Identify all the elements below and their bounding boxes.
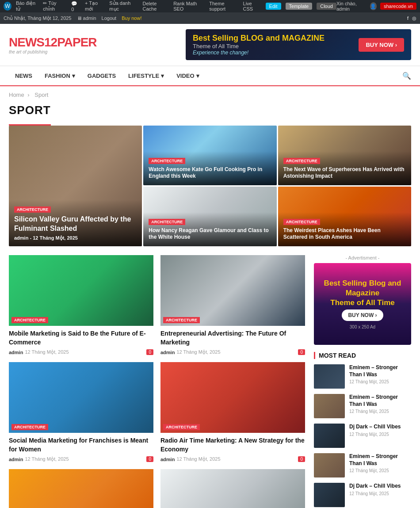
- comment-count[interactable]: 0: [298, 456, 305, 462]
- featured-br-article[interactable]: ARCHITECTURE The Next Wave of Superheroe…: [278, 126, 411, 185]
- article-title[interactable]: Entrepreneurial Advertising: The Future …: [160, 329, 305, 347]
- header-ad-banner[interactable]: Best Selling BLOG and MAGAZINE Theme of …: [186, 29, 411, 60]
- featured-main-article[interactable]: ARCHITECTURE Silicon Valley Guru Affecte…: [9, 126, 142, 246]
- sidebar-buy-button[interactable]: BUY NOW ›: [342, 309, 383, 321]
- article-title[interactable]: Mobile Marketing is Said to Be the Futur…: [9, 329, 153, 347]
- live-css-link[interactable]: Live CSS: [243, 1, 261, 11]
- article-category-badge[interactable]: Architecture: [163, 317, 200, 323]
- featured-ml-article[interactable]: ARCHITECTURE How Nancy Reagan Gave Glamo…: [143, 187, 276, 246]
- cloud-button[interactable]: Cloud: [317, 3, 336, 10]
- secondary-bar-right: f ◎: [407, 15, 416, 21]
- most-read-thumb[interactable]: [314, 424, 345, 448]
- featured-tr-article[interactable]: ARCHITECTURE Watch Awesome Kate Go Full …: [143, 126, 276, 185]
- article-image[interactable]: Architecture: [9, 469, 153, 508]
- user-avatar-icon: 👤: [370, 2, 377, 10]
- instagram-icon[interactable]: ◎: [412, 15, 416, 21]
- breadcrumb-separator: ›: [27, 92, 29, 98]
- greeting-text: Xin chào, admin: [336, 1, 367, 11]
- comment-count[interactable]: 0: [146, 349, 153, 355]
- most-read-item-title[interactable]: Dj Dark – Chill Vibes: [349, 483, 401, 490]
- most-read-item-title[interactable]: Eminem – Stronger Than I Was: [349, 364, 411, 378]
- nav-item-gadgets[interactable]: GADGETS: [81, 66, 122, 85]
- article-card: Architecture Entrepreneurial Advertising…: [160, 255, 305, 355]
- article-author[interactable]: admin: [160, 350, 175, 355]
- main-layout: Architecture Mobile Marketing is Said to…: [9, 255, 411, 508]
- site-logo[interactable]: NEWS12PAPER the art of publishing: [9, 35, 97, 54]
- featured-main-category: ARCHITECTURE: [14, 206, 51, 213]
- article-category-badge[interactable]: Architecture: [11, 424, 48, 430]
- article-image[interactable]: Sport: [160, 469, 305, 508]
- article-title[interactable]: Radio Air Time Marketing: A New Strategy…: [160, 436, 305, 454]
- article-author[interactable]: admin: [9, 350, 23, 355]
- comment-count[interactable]: 0: [146, 456, 153, 462]
- article-image[interactable]: Architecture: [160, 255, 305, 326]
- most-read-item-date: 12 Tháng Một, 2025: [349, 432, 401, 437]
- most-read-info: Eminem – Stronger Than I Was 12 Tháng Mộ…: [349, 364, 411, 384]
- article-category-badge[interactable]: Architecture: [163, 424, 200, 430]
- most-read-item-date: 12 Tháng Một, 2025: [349, 468, 411, 473]
- most-read-thumb[interactable]: [314, 364, 345, 389]
- article-meta-left: admin 12 Tháng Một, 2025: [160, 456, 221, 462]
- edit-button[interactable]: Edit: [266, 3, 281, 10]
- article-meta: admin 12 Tháng Một, 2025 0: [9, 456, 153, 462]
- most-read-thumb[interactable]: [314, 394, 345, 418]
- user-box: 🖥 admin: [77, 15, 96, 21]
- article-title[interactable]: Social Media Marketing for Franchises is…: [9, 436, 153, 454]
- site-header: NEWS12PAPER the art of publishing Best S…: [0, 24, 420, 66]
- content-wrapper: Home › Sport SPORT ARCHITECTURE Silicon …: [0, 86, 420, 508]
- article-image[interactable]: Architecture: [160, 362, 305, 433]
- wordpress-icon[interactable]: W: [4, 2, 11, 11]
- facebook-icon[interactable]: f: [407, 15, 409, 21]
- article-category-badge[interactable]: Architecture: [11, 317, 48, 323]
- most-read-item-date: 12 Tháng Một, 2025: [349, 491, 401, 496]
- most-read-item-title[interactable]: Eminem – Stronger Than I Was: [349, 394, 411, 408]
- site-name-link[interactable]: Báo điện tử: [16, 0, 38, 12]
- theme-support-link[interactable]: Theme support: [209, 1, 238, 11]
- nav-item-fashion[interactable]: FASHION ▾: [38, 66, 81, 85]
- article-card: Architecture Mobile Marketing is Said to…: [9, 255, 153, 355]
- nav-item-lifestyle[interactable]: LIFESTYLE ▾: [122, 66, 170, 85]
- banner-line3: Experience the change!: [193, 50, 325, 56]
- logout-link[interactable]: Logout: [102, 15, 117, 21]
- logo-tagline: the art of publishing: [9, 50, 47, 54]
- rank-math-link[interactable]: Rank Math SEO: [173, 1, 205, 11]
- buy-now-header-link[interactable]: Buy now!: [122, 15, 141, 21]
- article-date: 12 Tháng Một, 2025: [25, 456, 69, 462]
- featured-mr-article[interactable]: ARCHITECTURE The Weirdest Places Ashes H…: [278, 187, 411, 246]
- breadcrumb: Home › Sport: [9, 86, 411, 101]
- article-image[interactable]: Architecture: [9, 362, 153, 433]
- delete-cache-link[interactable]: Delete Cache: [142, 1, 169, 11]
- advertisement-label: - Advertisment -: [314, 255, 411, 260]
- most-read-item-title[interactable]: Dj Dark – Chill Vibes: [349, 424, 401, 431]
- article-date: 12 Tháng Một, 2025: [176, 456, 220, 462]
- article-image[interactable]: Architecture: [9, 255, 153, 326]
- featured-br-title: The Next Wave of Superheroes Has Arrived…: [283, 166, 406, 180]
- most-read-item: Eminem – Stronger Than I Was 12 Tháng Mộ…: [314, 394, 411, 418]
- edit-list-link[interactable]: Sửa danh mục: [109, 0, 138, 12]
- breadcrumb-home[interactable]: Home: [9, 92, 24, 98]
- most-read-thumb[interactable]: [314, 483, 345, 507]
- comment-count[interactable]: 0: [298, 349, 305, 355]
- most-read-item-title[interactable]: Eminem – Stronger Than I Was: [349, 453, 411, 467]
- banner-text: Best Selling BLOG and MAGAZINE Theme of …: [193, 34, 325, 56]
- nav-item-news[interactable]: NEWS: [9, 66, 38, 85]
- comments-link[interactable]: 💬 0: [71, 1, 80, 12]
- article-author[interactable]: admin: [160, 457, 175, 462]
- new-post-link[interactable]: + Tạo mới: [85, 0, 105, 12]
- customize-link[interactable]: ✏ Tùy chỉnh: [43, 0, 67, 12]
- article-meta: admin 12 Tháng Một, 2025 0: [160, 349, 305, 355]
- sidebar-ad-banner[interactable]: Best Selling Blog and Magazine Theme of …: [314, 263, 411, 345]
- most-read-thumb[interactable]: [314, 453, 345, 477]
- featured-tr-overlay: ARCHITECTURE Watch Awesome Kate Go Full …: [143, 151, 276, 185]
- article-author[interactable]: admin: [9, 457, 23, 462]
- featured-main-overlay: ARCHITECTURE Silicon Valley Guru Affecte…: [9, 200, 142, 246]
- featured-tr-category: ARCHITECTURE: [149, 158, 185, 164]
- main-navigation: NEWS FASHION ▾ GADGETS LIFESTYLE ▾ VIDEO…: [0, 66, 420, 86]
- search-icon[interactable]: 🔍: [402, 72, 411, 80]
- logo-text: NEWS12PAPER: [9, 35, 97, 50]
- most-read-item: Eminem – Stronger Than I Was 12 Tháng Mộ…: [314, 453, 411, 477]
- banner-buy-button[interactable]: BUY NOW ›: [359, 38, 404, 52]
- template-button[interactable]: Template: [286, 3, 313, 10]
- nav-item-video[interactable]: VIDEO ▾: [170, 66, 205, 85]
- featured-grid: ARCHITECTURE Silicon Valley Guru Affecte…: [9, 126, 411, 246]
